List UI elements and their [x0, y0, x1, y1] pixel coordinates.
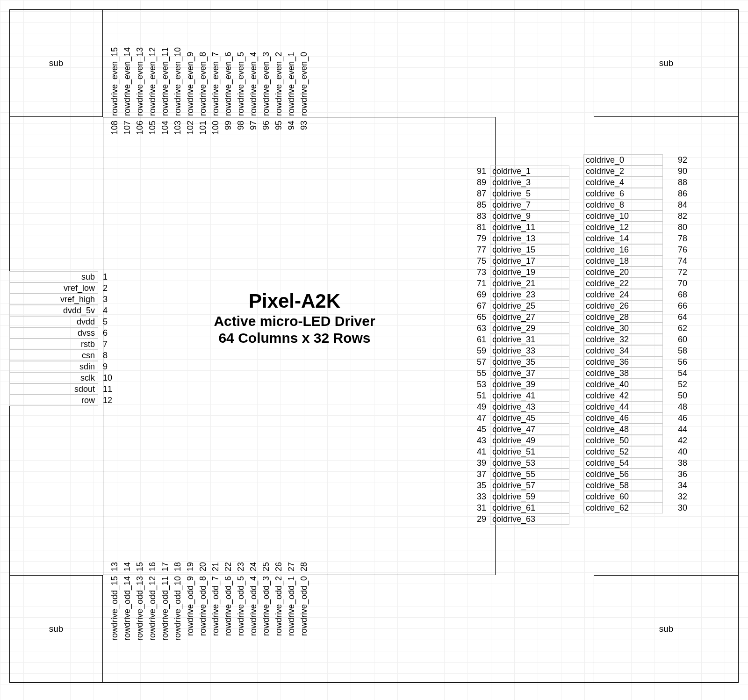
coldrive-row: 53coldrive_39coldrive_4052	[468, 379, 687, 390]
coldrive-pin: 63	[468, 324, 490, 333]
signal-pin: 10	[98, 373, 121, 383]
coldrive-row: 85coldrive_7coldrive_884	[468, 199, 687, 210]
rowdrive-label: rowdrive_odd_14	[122, 576, 132, 641]
coldrive-pin: 91	[468, 166, 490, 176]
rowdrive-label: rowdrive_odd_8	[198, 576, 208, 636]
coldrive-row: 75coldrive_17coldrive_1874	[468, 255, 687, 267]
coldrive-pin: 64	[663, 312, 687, 322]
coldrive-name: coldrive_20	[583, 267, 663, 278]
coldrive-name: coldrive_12	[583, 222, 663, 233]
coldrive-name: coldrive_48	[583, 424, 663, 435]
rowdrive-odd-labels: rowdrive_odd_15rowdrive_odd_14rowdrive_o…	[108, 576, 310, 682]
left-signal-row: row12	[9, 395, 121, 406]
coldrive-name: coldrive_18	[583, 255, 663, 267]
coldrive-name: coldrive_52	[583, 446, 663, 457]
chip-body-frame	[103, 117, 496, 575]
rowdrive-label: rowdrive_even_4	[249, 52, 259, 116]
pin-number: 14	[122, 562, 132, 571]
coldrive-row: 57coldrive_35coldrive_3656	[468, 356, 687, 368]
coldrive-name: coldrive_37	[490, 368, 569, 379]
pin-number: 96	[261, 121, 271, 130]
coldrive-pin: 41	[468, 447, 490, 457]
signal-name: vref_high	[9, 294, 98, 305]
coldrive-pin: 78	[663, 234, 687, 244]
coldrive-row: 81coldrive_11coldrive_1280	[468, 222, 687, 233]
coldrive-name: coldrive_32	[583, 334, 663, 345]
coldrive-pin: 31	[468, 503, 490, 513]
coldrive-name: coldrive_9	[490, 210, 569, 222]
rowdrive-label: rowdrive_odd_3	[261, 576, 271, 636]
coldrive-pin: 72	[663, 267, 687, 277]
coldrive-pin: 62	[663, 324, 687, 333]
rowdrive-label: rowdrive_even_14	[122, 47, 132, 116]
pin-number: 18	[173, 562, 183, 571]
pin-number: 94	[287, 121, 296, 130]
rowdrive-label: rowdrive_even_0	[299, 52, 309, 116]
pin-number: 23	[236, 562, 246, 571]
pin-number: 26	[274, 562, 284, 571]
sub-box-top-left: sub	[9, 9, 103, 117]
coldrive-pin: 81	[468, 223, 490, 232]
coldrive-pin: 65	[468, 312, 490, 322]
coldrive-name: coldrive_35	[490, 356, 569, 368]
signal-name: sclk	[9, 372, 98, 383]
coldrive-row: 35coldrive_57coldrive_5834	[468, 480, 687, 491]
pin-number: 98	[236, 121, 246, 130]
sub-label: sub	[659, 58, 674, 68]
pin-number: 13	[110, 562, 120, 571]
coldrive-pin: 34	[663, 481, 687, 491]
coldrive-name: coldrive_44	[583, 401, 663, 412]
coldrive-pin: 54	[663, 368, 687, 378]
coldrive-name: coldrive_57	[490, 480, 569, 491]
coldrive-pin: 52	[663, 380, 687, 390]
coldrive-pin: 75	[468, 256, 490, 266]
pin-number: 108	[110, 121, 120, 135]
signal-pin: 11	[98, 384, 121, 394]
coldrive-row: 65coldrive_27coldrive_2864	[468, 311, 687, 323]
coldrive-pin: 84	[663, 200, 687, 210]
coldrive-pin: 80	[663, 223, 687, 232]
coldrive-top-row: coldrive_0 92	[468, 154, 687, 166]
coldrive-row: 61coldrive_31coldrive_3260	[468, 334, 687, 345]
pin-number: 103	[173, 121, 183, 135]
coldrive-name: coldrive_47	[490, 424, 569, 435]
coldrive-pin: 79	[468, 234, 490, 244]
rowdrive-label: rowdrive_even_6	[223, 52, 233, 116]
signal-pin: 8	[98, 351, 121, 361]
coldrive-pin: 40	[663, 447, 687, 457]
coldrive-name: coldrive_15	[490, 244, 569, 255]
pin-number: 107	[122, 121, 132, 135]
chip-title-block: Pixel-A2K Active micro-LED Driver 64 Col…	[150, 290, 439, 346]
coldrive-name: coldrive_54	[583, 457, 663, 469]
left-signal-row: sclk10	[9, 372, 121, 383]
coldrive-pin: 92	[663, 155, 687, 165]
coldrive-pin: 53	[468, 380, 490, 390]
pinout-sheet: sub sub sub sub rowdrive_even_15rowdrive…	[0, 0, 748, 700]
coldrive-name: coldrive_46	[583, 412, 663, 424]
rowdrive-label: rowdrive_even_11	[160, 47, 170, 116]
coldrive-pin: 66	[663, 301, 687, 311]
pin-number: 15	[135, 562, 145, 571]
coldrive-pin: 45	[468, 425, 490, 434]
left-signal-row: dvdd5	[9, 316, 121, 327]
coldrive-pin: 47	[468, 413, 490, 423]
left-signal-row: vref_high3	[9, 294, 121, 305]
coldrive-name: coldrive_49	[490, 435, 569, 446]
coldrive-pin: 46	[663, 413, 687, 423]
coldrive-name: coldrive_16	[583, 244, 663, 255]
signal-name: sdin	[9, 361, 98, 372]
rowdrive-label: rowdrive_odd_7	[211, 576, 221, 636]
coldrive-pin: 69	[468, 290, 490, 300]
coldrive-pin: 88	[663, 178, 687, 188]
coldrive-pin: 77	[468, 245, 490, 255]
coldrive-name: coldrive_38	[583, 368, 663, 379]
coldrive-row: 91coldrive_1coldrive_290	[468, 166, 687, 177]
rowdrive-label: rowdrive_even_15	[110, 47, 120, 116]
rowdrive-label: rowdrive_odd_10	[173, 576, 183, 641]
pin-number: 19	[186, 562, 195, 571]
pin-number: 106	[135, 121, 145, 135]
signal-pin: 9	[98, 362, 121, 372]
signal-name: sdout	[9, 383, 98, 395]
coldrive-pin: 90	[663, 166, 687, 176]
coldrive-pin: 86	[663, 189, 687, 199]
